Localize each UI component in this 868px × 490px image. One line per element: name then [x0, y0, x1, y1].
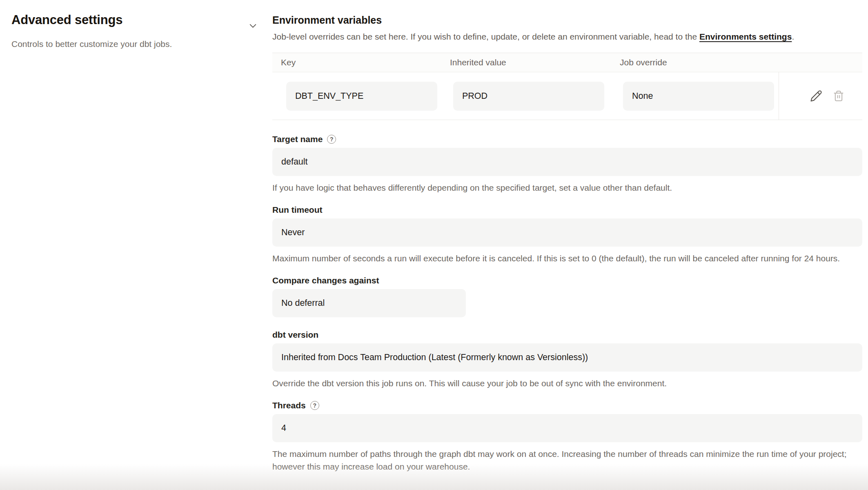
env-vars-description-text: Job-level overrides can be set here. If …	[272, 32, 699, 41]
env-vars-table: Key Inherited value Job override DBT_ENV…	[272, 53, 862, 120]
env-var-inherited-value[interactable]: PROD	[453, 82, 604, 111]
dbt-version-label-text: dbt version	[272, 330, 318, 340]
threads-help-text: The maximum number of paths through the …	[272, 448, 860, 473]
env-var-key-cell: DBT_ENV_TYPE	[272, 72, 444, 120]
target-name-input[interactable]	[272, 148, 862, 176]
compare-changes-input[interactable]	[272, 289, 466, 317]
target-name-label: Target name ?	[272, 134, 862, 145]
delete-env-var-button[interactable]	[831, 89, 846, 103]
run-timeout-help-text: Maximum number of seconds a run will exe…	[272, 252, 860, 265]
field-target-name: Target name ? If you have logic that beh…	[272, 134, 862, 194]
advanced-settings-form: Environment variables Job-level override…	[263, 0, 868, 490]
run-timeout-label-text: Run timeout	[272, 205, 322, 215]
table-row: DBT_ENV_TYPE PROD None	[272, 72, 862, 120]
field-threads: Threads ? The maximum number of paths th…	[272, 400, 862, 473]
env-vars-description: Job-level overrides can be set here. If …	[272, 30, 862, 43]
field-run-timeout: Run timeout Maximum number of seconds a …	[272, 205, 862, 265]
env-vars-description-suffix: .	[792, 32, 794, 41]
collapse-section-button[interactable]	[245, 18, 261, 34]
dbt-version-input[interactable]	[272, 343, 862, 372]
threads-label-text: Threads	[272, 400, 306, 411]
env-var-override-value[interactable]: None	[623, 82, 774, 111]
target-name-help-text: If you have logic that behaves different…	[272, 181, 860, 194]
help-icon[interactable]: ?	[310, 401, 319, 410]
environments-settings-link[interactable]: Environments settings	[699, 32, 792, 41]
edit-icon	[810, 90, 822, 102]
settings-section-summary: Advanced settings Controls to better cus…	[0, 0, 263, 490]
chevron-down-icon	[247, 20, 258, 31]
run-timeout-input[interactable]	[272, 218, 862, 247]
env-var-row-actions	[779, 72, 862, 120]
env-var-inherited-cell: PROD	[444, 72, 613, 120]
left-panel-header: Advanced settings	[11, 12, 261, 34]
advanced-settings-page: Advanced settings Controls to better cus…	[0, 0, 868, 490]
target-name-label-text: Target name	[272, 134, 323, 145]
threads-input[interactable]	[272, 414, 862, 442]
dbt-version-help-text: Override the dbt version this job runs o…	[272, 377, 860, 390]
env-vars-table-header: Key Inherited value Job override	[272, 53, 862, 72]
help-icon[interactable]: ?	[327, 135, 336, 144]
page-subtitle: Controls to better customize your dbt jo…	[11, 38, 261, 50]
env-var-key-value[interactable]: DBT_ENV_TYPE	[286, 82, 437, 111]
column-header-inherited-value: Inherited value	[444, 58, 613, 67]
env-vars-heading: Environment variables	[272, 13, 862, 27]
threads-label: Threads ?	[272, 400, 862, 411]
column-header-key: Key	[272, 58, 444, 67]
env-var-override-cell: None	[613, 72, 779, 120]
run-timeout-label: Run timeout	[272, 205, 862, 215]
field-compare-changes: Compare changes against	[272, 275, 862, 317]
dbt-version-label: dbt version	[272, 330, 862, 340]
edit-env-var-button[interactable]	[808, 88, 824, 104]
field-dbt-version: dbt version Override the dbt version thi…	[272, 330, 862, 390]
page-title: Advanced settings	[11, 12, 122, 28]
compare-changes-label: Compare changes against	[272, 275, 862, 286]
column-header-job-override: Job override	[613, 58, 779, 67]
compare-changes-label-text: Compare changes against	[272, 275, 379, 286]
delete-icon	[833, 90, 844, 102]
